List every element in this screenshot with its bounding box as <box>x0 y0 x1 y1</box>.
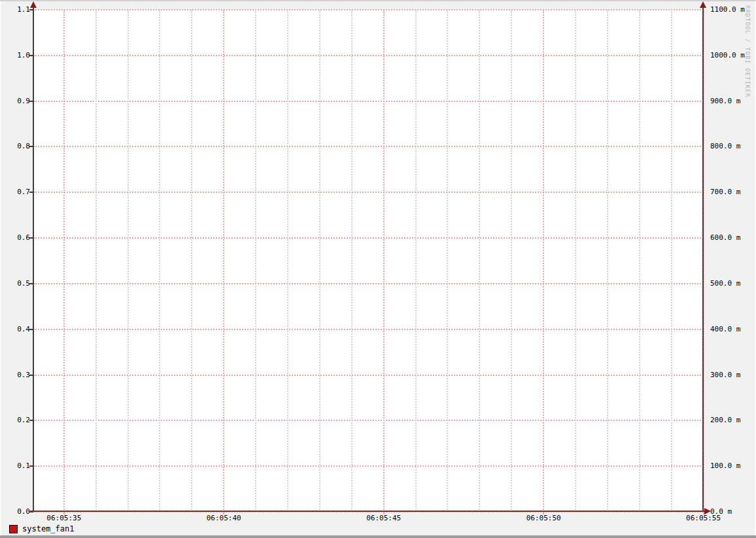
gridline-major-horizontal <box>33 192 704 193</box>
gridline-major-horizontal <box>33 420 704 421</box>
gridline-major-horizontal <box>33 465 704 467</box>
gridline-minor-vertical <box>415 10 417 512</box>
x-axis-tick-label: 06:05:35 <box>35 514 94 522</box>
gridline-major-horizontal <box>33 9 704 10</box>
x-axis-tick-label: 06:05:45 <box>354 514 413 522</box>
right-y-axis-tick-label: 100.0 m <box>710 462 756 471</box>
left-axis-tick-mark <box>29 420 33 421</box>
gridline-minor-vertical <box>607 10 608 512</box>
x-axis-tick-label: 06:05:40 <box>194 514 253 522</box>
gridline-minor-vertical <box>447 10 448 512</box>
x-axis-tick-label: 06:05:55 <box>674 514 733 522</box>
gridline-minor-vertical <box>287 10 288 512</box>
right-y-axis-line <box>702 5 704 512</box>
left-axis-tick-mark <box>29 465 33 467</box>
gridline-major-horizontal <box>33 329 704 330</box>
legend: system_fan1 <box>9 524 74 534</box>
left-axis-tick-mark <box>29 55 33 56</box>
gridline-minor-vertical <box>159 10 160 512</box>
left-y-axis-tick-label: 0.6 <box>0 233 30 243</box>
right-y-axis-tick-label: 400.0 m <box>710 325 756 334</box>
left-axis-tick-mark <box>29 9 33 10</box>
left-axis-tick-mark <box>29 101 33 102</box>
left-y-axis-tick-label: 1.1 <box>0 5 30 14</box>
left-y-axis-tick-label: 0.3 <box>0 371 30 380</box>
left-y-axis-tick-label: 0.8 <box>0 142 30 151</box>
gridline-major-horizontal <box>33 283 704 284</box>
left-axis-arrow-icon <box>30 1 37 8</box>
left-axis-tick-mark <box>29 375 33 376</box>
left-y-axis-tick-label: 0.0 <box>0 507 30 516</box>
gridline-major-horizontal <box>33 237 704 239</box>
left-y-axis-tick-label: 0.4 <box>0 325 30 334</box>
gridline-major-vertical <box>383 10 385 512</box>
left-axis-tick-mark <box>29 283 33 284</box>
left-y-axis-line <box>33 5 34 512</box>
rrdtool-graph: 1.11100.0 m1.01000.0 m0.9900.0 m0.8800.0… <box>0 0 756 538</box>
gridline-minor-vertical <box>351 10 352 512</box>
gridline-minor-vertical <box>128 10 129 512</box>
left-y-axis-tick-label: 0.2 <box>0 416 30 425</box>
gridline-major-horizontal <box>33 375 704 376</box>
gridline-major-horizontal <box>33 146 704 147</box>
right-y-axis-tick-label: 300.0 m <box>710 371 756 380</box>
gridline-minor-vertical <box>191 10 192 512</box>
x-axis-tick-label: 06:05:50 <box>514 514 573 522</box>
gridline-minor-vertical <box>671 10 672 512</box>
legend-label-system_fan1: system_fan1 <box>22 524 74 534</box>
gridline-major-vertical <box>543 10 544 512</box>
gridline-major-horizontal <box>33 55 704 56</box>
left-axis-tick-mark <box>29 237 33 239</box>
gridline-minor-vertical <box>255 10 256 512</box>
left-axis-tick-mark <box>29 192 33 193</box>
gridline-major-vertical <box>223 10 224 512</box>
gridline-major-vertical <box>63 10 65 512</box>
left-y-axis-tick-label: 0.1 <box>0 462 30 471</box>
legend-swatch-system_fan1 <box>9 525 18 533</box>
plot-area <box>33 10 704 512</box>
gridline-minor-vertical <box>511 10 512 512</box>
gridline-minor-vertical <box>639 10 640 512</box>
right-y-axis-tick-label: 800.0 m <box>710 142 756 151</box>
right-y-axis-tick-label: 500.0 m <box>710 279 756 288</box>
left-y-axis-tick-label: 1.0 <box>0 51 30 60</box>
right-y-axis-tick-label: 600.0 m <box>710 233 756 243</box>
right-axis-arrow-icon <box>700 1 706 8</box>
gridline-minor-vertical <box>95 10 97 512</box>
frame-edge-left <box>0 1 1 535</box>
gridline-minor-vertical <box>319 10 320 512</box>
series-line-system_fan1 <box>30 511 707 512</box>
frame-edge-bottom <box>0 535 756 538</box>
watermark-text: RRDTOOL / TOBI OETIKER <box>744 5 751 97</box>
right-y-axis-tick-label: 900.0 m <box>710 97 756 106</box>
left-y-axis-tick-label: 0.9 <box>0 97 30 106</box>
left-axis-tick-mark <box>29 146 33 147</box>
gridline-minor-vertical <box>479 10 480 512</box>
left-axis-tick-mark <box>29 511 33 513</box>
left-y-axis-tick-label: 0.7 <box>0 188 30 197</box>
left-axis-tick-mark <box>29 329 33 330</box>
left-y-axis-tick-label: 0.5 <box>0 279 30 288</box>
gridline-minor-vertical <box>575 10 576 512</box>
frame-edge-top <box>0 0 756 1</box>
gridline-major-horizontal <box>33 101 704 102</box>
right-y-axis-tick-label: 200.0 m <box>710 416 756 425</box>
right-y-axis-tick-label: 700.0 m <box>710 188 756 197</box>
